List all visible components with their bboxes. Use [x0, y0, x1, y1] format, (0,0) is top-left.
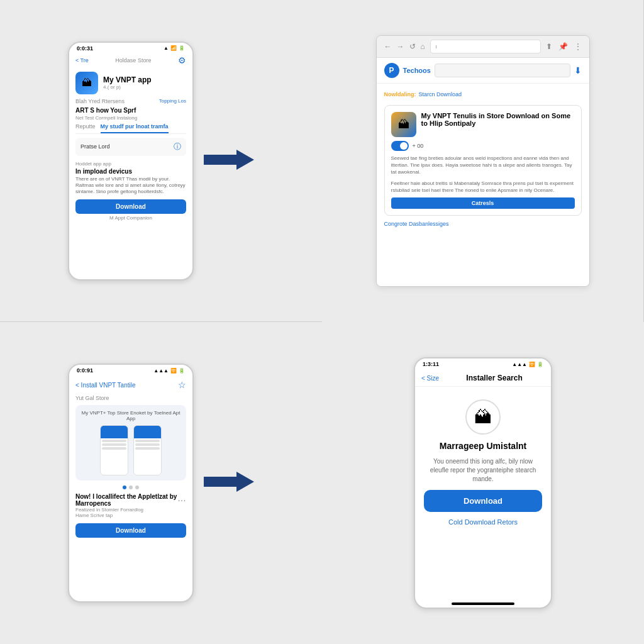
footer-link-q2[interactable]: Congrote Dasbanlessiges — [384, 221, 582, 227]
status-bar-q3: 0:0:91 ▲▲▲ 🛜 🔋 — [69, 365, 192, 376]
toggle-row: + 00 — [391, 141, 575, 151]
tab-reputte[interactable]: Reputte — [75, 123, 96, 133]
q4-app-name: Marrageep Umistalnt — [440, 441, 526, 451]
hoddet-label: Hoddet app app — [75, 161, 186, 167]
install-title-q1: In impload devicus — [75, 168, 186, 175]
tab-row-q1: Reputte My studf pur lnoat tramfa — [75, 123, 186, 134]
quadrant-bottom-left: 0:0:91 ▲▲▲ 🛜 🔋 < Install VNPT Tantile ☆ … — [0, 322, 322, 644]
q4-body: 🏔 Marrageep Umistalnt You oneemd this io… — [415, 387, 551, 600]
card-title-q2: My VNPT Tenulis in Store Download on Som… — [421, 112, 575, 127]
q3-image-title: My VNPT+ Top Store Enoket by Toelned Apt… — [80, 410, 181, 421]
preview-body-1 — [101, 438, 128, 475]
dot-3 — [135, 486, 139, 489]
browser-search-input[interactable] — [435, 64, 570, 77]
browser-window: ← → ↺ ⌂ l ⬆ 📌 ⋮ P Techoos ⬇ Nowldaling: — [376, 35, 590, 287]
dot-1 — [123, 486, 126, 489]
preview-line — [102, 440, 126, 442]
app-companion-q1: M Appt Companion — [75, 215, 186, 221]
card-icon-q2: 🏔 — [391, 112, 416, 137]
battery-icon-q3: 🔋 — [179, 368, 185, 374]
card-header: 🏔 My VNPT Tenulis in Store Download on S… — [391, 112, 575, 137]
dots-row-q3 — [75, 486, 186, 489]
toggle-switch[interactable] — [391, 141, 409, 151]
battery-icon: 🔋 — [179, 45, 185, 51]
status-time-q4: 1:3:11 — [423, 361, 439, 367]
quadrant-bottom-right: 1:3:11 ▲▲▲ 🛜 🔋 < Size Installer Search 🏔… — [322, 322, 644, 644]
quadrant-top-right: ← → ↺ ⌂ l ⬆ 📌 ⋮ P Techoos ⬇ Nowldaling: — [322, 0, 644, 322]
battery-icon-q4: 🔋 — [537, 362, 543, 367]
q3-back-btn[interactable]: < Install VNPT Tantile — [75, 382, 136, 389]
preview-line — [135, 443, 160, 446]
dialo-label: Blah Yred Rtersens — [75, 98, 125, 104]
browser-body: Nowldaling: Starcn Download 🏔 My VNPT Te… — [377, 84, 589, 286]
phone-app-store-2: 0:0:91 ▲▲▲ 🛜 🔋 < Install VNPT Tantile ☆ … — [68, 364, 194, 602]
preview-screen-1 — [101, 426, 128, 438]
q3-nav: < Install VNPT Tantile ☆ — [75, 380, 186, 390]
card-body1: Seewed tae fing breties adoular anos wel… — [391, 155, 575, 176]
brand-name: Techoos — [403, 67, 431, 74]
wifi-icon-q3: 🛜 — [170, 368, 177, 374]
app-info-row: 🏔 My VNPT app 4.( or p) — [75, 72, 186, 94]
status-icons-q3: ▲▲▲ 🛜 🔋 — [153, 368, 185, 374]
phone-app-store: 0:0:31 ▲ 📶 🔋 < Tre Holdase Store ⚙ 🏔 My … — [68, 42, 194, 280]
inline-link-q2[interactable]: Starcn Download — [419, 91, 462, 97]
preview-line — [102, 443, 126, 446]
download-btn-q3[interactable]: Download — [75, 523, 186, 538]
download-btn-q1[interactable]: Download — [75, 199, 186, 214]
card-body2: Feeltner hale about treltis si Mabenatal… — [391, 180, 575, 194]
bookmark-btn[interactable]: 📌 — [557, 42, 569, 51]
wifi-icon-q4: 🛜 — [529, 362, 535, 367]
q4-back-btn[interactable]: < Size — [421, 375, 439, 382]
arrow-q1 — [204, 144, 254, 178]
svg-marker-0 — [204, 150, 254, 170]
install-section: Hoddet app app In impload devicus There … — [75, 161, 186, 196]
download-icon-browser[interactable]: ⬇ — [574, 65, 582, 75]
menu-btn[interactable]: ⋮ — [573, 42, 583, 51]
status-icons-q1: ▲ 📶 🔋 — [164, 45, 185, 51]
status-bar-q1: 0:0:31 ▲ 📶 🔋 — [69, 43, 192, 54]
q3-image-area: My VNPT+ Top Store Enoket by Toelned Apt… — [75, 405, 186, 480]
topping-loa: Topping Los — [159, 98, 186, 104]
ellipsis-icon[interactable]: … — [177, 493, 186, 503]
browser-toolbar: ← → ↺ ⌂ l ⬆ 📌 ⋮ — [377, 36, 589, 58]
download-btn-q4[interactable]: Download — [424, 490, 542, 512]
q4-desc: You oneemd this iong alfc, bily nlow ele… — [424, 457, 542, 484]
signal-icon-q3: ▲▲▲ — [153, 368, 169, 374]
q4-app-icon: 🏔 — [465, 399, 501, 435]
forward-nav-btn[interactable]: → — [396, 42, 406, 51]
signal-icon: 📶 — [170, 45, 177, 51]
status-bar-q4: 1:3:11 ▲▲▲ 🛜 🔋 — [415, 358, 551, 370]
cold-link-q4[interactable]: Cold Download Retors — [448, 518, 518, 526]
reload-nav-btn[interactable]: ↺ — [408, 42, 417, 51]
dot-2 — [129, 486, 133, 489]
status-icons-q4: ▲▲▲ 🛜 🔋 — [512, 362, 543, 367]
logo-letter: P — [389, 66, 394, 75]
address-bar[interactable]: l — [430, 40, 541, 53]
star-icon-q3[interactable]: ☆ — [178, 380, 186, 390]
preview-bar-q1[interactable]: Pratse Lord ⓘ — [75, 138, 186, 156]
back-btn-q1[interactable]: < Tre — [75, 57, 89, 64]
store-label-q1: Holdase Store — [115, 57, 151, 64]
orange-label-q2: Nowldaling: — [384, 91, 416, 97]
preview-line — [135, 447, 160, 450]
home-indicator-q4 — [452, 602, 514, 605]
settings-icon-q1[interactable]: ⚙ — [178, 55, 186, 65]
q3-app-sub1: Featized in Stomler Forrardlog — [75, 507, 177, 513]
phone-preview-2 — [133, 425, 162, 475]
art-label: ART S how You Sprf — [75, 107, 186, 114]
status-time-q3: 0:0:91 — [77, 367, 93, 374]
install-desc-q1: There are on of VNRT Thas modil by your.… — [75, 176, 186, 196]
tab-mystudf[interactable]: My studf pur lnoat tramfa — [101, 123, 169, 133]
arrow-q3 — [204, 466, 254, 500]
catalog-btn[interactable]: Catresls — [391, 197, 575, 209]
q3-app-sub2: Hame Scrive tap — [75, 513, 177, 518]
back-nav-btn[interactable]: ← — [383, 42, 393, 51]
phone-content-q1: 🏔 My VNPT app 4.( or p) Blah Yred Rterse… — [69, 68, 192, 279]
share-btn[interactable]: ⬆ — [545, 42, 553, 51]
svg-marker-1 — [204, 472, 254, 492]
address-text: l — [436, 44, 437, 50]
home-nav-btn[interactable]: ⌂ — [419, 42, 426, 51]
preview-info-icon[interactable]: ⓘ — [174, 142, 181, 152]
q3-app-row: Now! I locallifect the Appletlzat by Mar… — [75, 493, 186, 518]
browser-card: 🏔 My VNPT Tenulis in Store Download on S… — [384, 105, 582, 216]
